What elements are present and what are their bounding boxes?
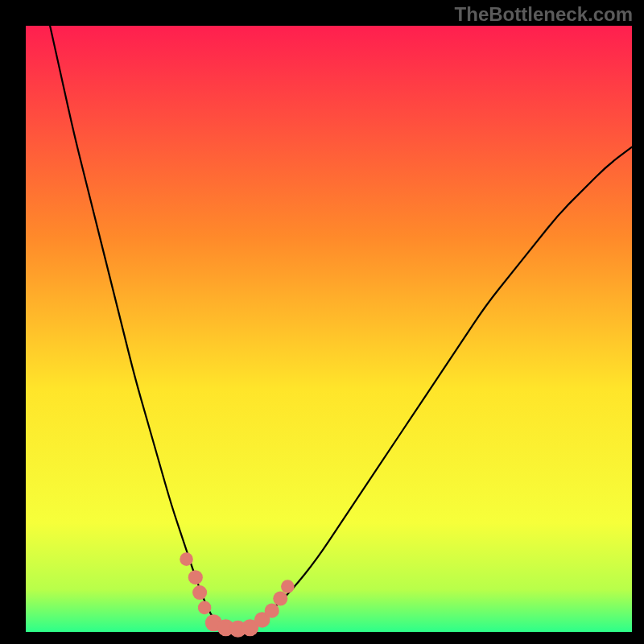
curve-marker [265,604,279,618]
curve-marker [281,580,295,593]
outer-frame: TheBottleneck.com [0,0,644,644]
curve-marker [198,601,212,615]
curve-marker [273,592,287,606]
curve-marker [180,552,193,566]
bottleneck-plot [0,0,644,644]
watermark-text: TheBottleneck.com [455,3,633,26]
curve-marker [192,585,207,600]
curve-marker [188,570,203,584]
